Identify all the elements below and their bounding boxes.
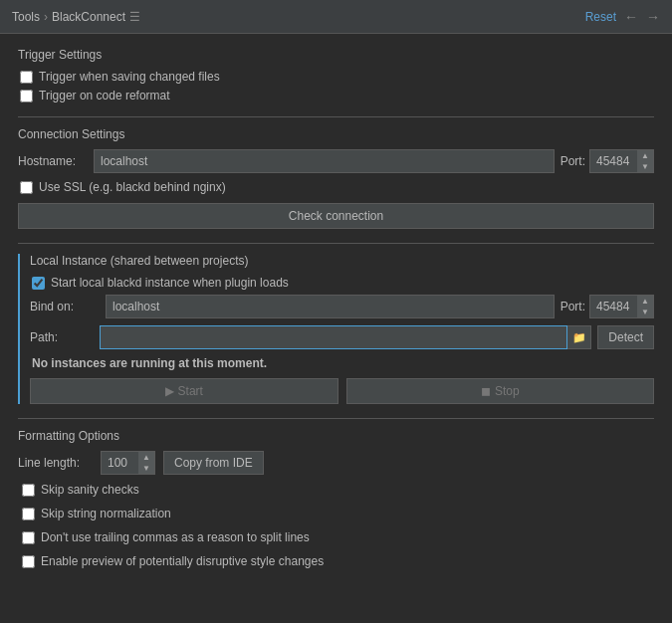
line-length-wrap: ▲ ▼ bbox=[101, 451, 155, 475]
line-length-row: Line length: ▲ ▼ Copy from IDE bbox=[18, 451, 654, 475]
breadcrumb: Tools › BlackConnect ☰ bbox=[12, 10, 140, 24]
enable-preview-row: Enable preview of potentially disruptive… bbox=[20, 554, 654, 568]
line-length-spinner: ▲ ▼ bbox=[138, 452, 154, 474]
hostname-input[interactable] bbox=[94, 149, 555, 173]
bind-on-label: Bind on: bbox=[30, 300, 100, 313]
header: Tools › BlackConnect ☰ Reset ← → bbox=[0, 0, 672, 34]
start-label: Start bbox=[178, 384, 203, 398]
stop-label: Stop bbox=[495, 384, 520, 398]
local-port-group: Port: ▲ ▼ bbox=[560, 295, 654, 318]
copy-from-ide-button[interactable]: Copy from IDE bbox=[163, 451, 264, 475]
enable-preview-checkbox[interactable] bbox=[22, 555, 35, 568]
local-instance-section: Local Instance (shared between projects)… bbox=[18, 254, 654, 404]
skip-sanity-label[interactable]: Skip sanity checks bbox=[41, 483, 139, 497]
bind-on-row: Bind on: Port: ▲ ▼ bbox=[30, 295, 654, 318]
divider-2 bbox=[18, 243, 654, 244]
main-content: Trigger Settings Trigger when saving cha… bbox=[0, 34, 672, 601]
local-instance-title: Local Instance (shared between projects) bbox=[30, 254, 654, 268]
reset-button[interactable]: Reset bbox=[585, 10, 616, 24]
no-trailing-checkbox[interactable] bbox=[22, 531, 35, 544]
formatting-checkboxes: Skip sanity checks Skip string normaliza… bbox=[18, 483, 654, 573]
path-input[interactable] bbox=[100, 325, 567, 349]
start-button[interactable]: ▶ Start bbox=[30, 378, 338, 404]
stop-button[interactable]: ◼ Stop bbox=[346, 378, 655, 404]
trigger-reformat-checkbox[interactable] bbox=[20, 90, 33, 103]
divider-1 bbox=[18, 116, 654, 117]
connection-port-spinner: ▲ ▼ bbox=[637, 150, 653, 172]
breadcrumb-current: BlackConnect bbox=[52, 10, 125, 24]
folder-browse-button[interactable]: 📁 bbox=[567, 325, 591, 349]
no-trailing-label[interactable]: Don't use trailing commas as a reason to… bbox=[41, 530, 310, 544]
trigger-save-row: Trigger when saving changed files bbox=[18, 70, 654, 84]
trigger-save-label[interactable]: Trigger when saving changed files bbox=[39, 70, 220, 84]
trigger-settings-title: Trigger Settings bbox=[18, 48, 654, 62]
path-row: Path: 📁 Detect bbox=[30, 325, 654, 349]
connection-port-up[interactable]: ▲ bbox=[637, 150, 653, 161]
trigger-reformat-row: Trigger on code reformat bbox=[18, 89, 654, 103]
local-port-down[interactable]: ▼ bbox=[637, 307, 653, 317]
start-stop-row: ▶ Start ◼ Stop bbox=[30, 378, 654, 404]
local-port-label: Port: bbox=[560, 300, 585, 313]
connection-port-group: Port: ▲ ▼ bbox=[560, 149, 654, 173]
line-length-up[interactable]: ▲ bbox=[138, 452, 154, 463]
trigger-reformat-label[interactable]: Trigger on code reformat bbox=[39, 89, 170, 103]
skip-sanity-checkbox[interactable] bbox=[22, 484, 35, 497]
trigger-settings-section: Trigger Settings Trigger when saving cha… bbox=[18, 48, 654, 103]
start-instance-label[interactable]: Start local blackd instance when plugin … bbox=[51, 276, 289, 290]
use-ssl-label[interactable]: Use SSL (e.g. blackd behind nginx) bbox=[39, 180, 226, 194]
play-icon: ▶ bbox=[165, 384, 174, 398]
line-length-down[interactable]: ▼ bbox=[138, 463, 154, 474]
enable-preview-label[interactable]: Enable preview of potentially disruptive… bbox=[41, 554, 324, 568]
connection-port-wrap: ▲ ▼ bbox=[589, 149, 654, 173]
forward-button[interactable]: → bbox=[646, 10, 660, 24]
header-actions: Reset ← → bbox=[585, 10, 660, 24]
start-instance-checkbox[interactable] bbox=[32, 277, 45, 290]
hostname-row: Hostname: Port: ▲ ▼ bbox=[18, 149, 654, 173]
line-length-label: Line length: bbox=[18, 456, 93, 470]
skip-string-row: Skip string normalization bbox=[20, 507, 654, 520]
trigger-save-checkbox[interactable] bbox=[20, 71, 33, 84]
hostname-label: Hostname: bbox=[18, 154, 88, 168]
formatting-options-title: Formatting Options bbox=[18, 429, 654, 443]
use-ssl-checkbox[interactable] bbox=[20, 181, 33, 194]
local-port-up[interactable]: ▲ bbox=[637, 296, 653, 307]
no-instances-text: No instances are running at this moment. bbox=[30, 356, 654, 370]
connection-port-label: Port: bbox=[560, 154, 585, 168]
connection-settings-title: Connection Settings bbox=[18, 127, 654, 141]
menu-icon-button[interactable]: ☰ bbox=[129, 10, 140, 24]
stop-icon: ◼ bbox=[481, 384, 491, 398]
check-connection-button[interactable]: Check connection bbox=[18, 203, 654, 229]
connection-port-down[interactable]: ▼ bbox=[637, 161, 653, 172]
divider-3 bbox=[18, 418, 654, 419]
start-instance-row: Start local blackd instance when plugin … bbox=[30, 276, 654, 290]
local-port-spinner: ▲ ▼ bbox=[637, 296, 653, 317]
back-button[interactable]: ← bbox=[624, 10, 638, 24]
tools-label: Tools bbox=[12, 10, 40, 24]
bind-on-input[interactable] bbox=[106, 295, 555, 318]
no-trailing-row: Don't use trailing commas as a reason to… bbox=[20, 530, 654, 544]
connection-settings-section: Connection Settings Hostname: Port: ▲ ▼ … bbox=[18, 127, 654, 229]
path-label: Path: bbox=[30, 330, 100, 344]
skip-string-checkbox[interactable] bbox=[22, 508, 35, 520]
use-ssl-row: Use SSL (e.g. blackd behind nginx) bbox=[18, 180, 654, 194]
detect-button[interactable]: Detect bbox=[597, 325, 654, 349]
formatting-options-section: Formatting Options Line length: ▲ ▼ Copy… bbox=[18, 429, 654, 573]
local-port-wrap: ▲ ▼ bbox=[589, 295, 654, 318]
skip-sanity-row: Skip sanity checks bbox=[20, 483, 654, 497]
breadcrumb-separator: › bbox=[44, 10, 48, 24]
skip-string-label[interactable]: Skip string normalization bbox=[41, 507, 171, 520]
